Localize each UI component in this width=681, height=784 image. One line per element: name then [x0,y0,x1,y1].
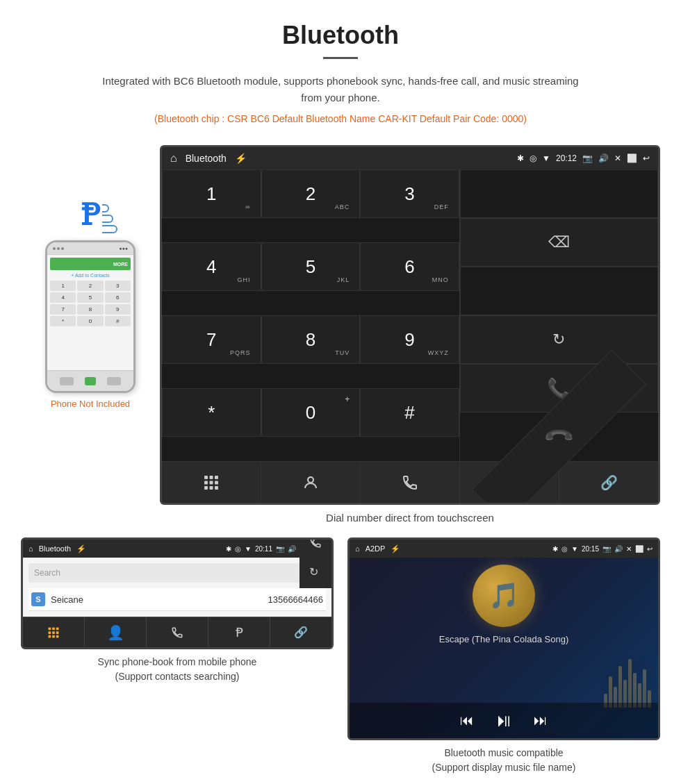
phone-key-star: * [50,316,76,326]
main-section: Ᵽ ●●● MORE [0,145,681,537]
svg-rect-13 [49,631,51,634]
dial-sub-1: ∞ [245,203,250,210]
phone-top-bar: ●●● [47,242,133,255]
dial-key-1[interactable]: 1 ∞ [162,169,261,218]
bt-status-icon: ✱ [517,153,524,163]
home-icon[interactable]: ⌂ [170,152,177,165]
dial-sub-2: ABC [335,203,350,210]
music-back[interactable]: ↩ [647,545,653,553]
phone-dot [53,247,56,250]
svg-rect-16 [49,635,51,637]
phone-container: Ᵽ ●●● MORE [21,201,160,409]
tab-dialpad[interactable] [162,462,261,503]
music-close[interactable]: ✕ [626,545,632,553]
usb-icon: ⚡ [235,153,247,164]
contact-row[interactable]: S Seicane 13566664466 [28,588,326,611]
phone-key-1: 1 [50,281,76,291]
svg-point-9 [308,477,313,483]
dial-key-3[interactable]: 3 DEF [360,169,459,218]
pb-tab-dialpad[interactable] [23,617,85,647]
pb-signal: ▼ [245,545,252,553]
phone-key-5: 5 [77,292,103,303]
svg-rect-3 [204,481,208,484]
music-note-icon: 🎵 [489,581,520,610]
phone-screen-content: MORE + Add to Contacts 1 2 3 4 5 6 7 8 9… [47,255,133,370]
phone-key-7: 7 [50,304,76,315]
dial-sub-6: MNO [432,276,449,283]
eq-bars [604,652,651,708]
pb-tab-bt[interactable]: Ᵽ [208,617,270,647]
phonebook-caption: Sync phone-book from mobile phone (Suppo… [21,655,334,684]
dial-key-8[interactable]: 8 TUV [261,315,361,364]
dial-key-0[interactable]: 0 + [261,388,361,437]
phone-dot [61,247,64,250]
svg-rect-17 [52,635,55,637]
pb-right-call[interactable] [302,537,329,558]
close-icon[interactable]: ✕ [614,153,621,163]
dial-key-4[interactable]: 4 GHI [162,242,261,291]
pb-title: Bluetooth [39,544,71,553]
dial-num-5: 5 [306,256,315,278]
dial-key-9[interactable]: 9 WXYZ [360,315,459,364]
pb-home-icon[interactable]: ⌂ [28,544,33,553]
svg-rect-6 [204,486,208,490]
pb-tab-link[interactable]: 🔗 [270,617,331,647]
dialpad-keys: 1 ∞ 2 ABC 3 DEF 4 GHI [162,169,459,461]
action-empty-1 [460,169,658,218]
bluetooth-specs: (Bluetooth chip : CSR BC6 Default Blueto… [14,113,667,124]
dialpad-bottom-bar: Ᵽ 🔗 [162,461,658,503]
music-usb: ⚡ [391,544,400,553]
back-icon[interactable]: ↩ [643,153,650,163]
time-display: 20:12 [556,153,577,163]
dial-num-3: 3 [404,183,414,205]
dial-key-5[interactable]: 5 JKL [261,242,361,291]
action-backspace[interactable]: ⌫ [460,218,658,267]
dial-num-2: 2 [306,183,315,205]
phone-dot [57,247,60,250]
dial-num-6: 6 [404,256,414,278]
music-signal: ▼ [571,545,578,553]
pb-right-refresh[interactable]: ↻ [302,558,329,585]
music-album-art: 🎵 [473,565,535,627]
tab-phone[interactable] [361,462,460,503]
music-home-icon[interactable]: ⌂ [355,544,360,553]
next-button[interactable]: ⏭ [534,712,548,728]
phone-bottom [47,370,133,391]
prev-button[interactable]: ⏮ [460,712,474,728]
dial-key-hash[interactable]: # [360,388,459,437]
eq-bar-6 [628,659,632,708]
tab-contacts[interactable] [261,462,361,503]
action-refresh[interactable]: ↻ [460,315,658,364]
phone-key-9: 9 [105,304,131,315]
svg-rect-1 [210,476,213,479]
main-car-screen: ⌂ Bluetooth ⚡ ✱ ◎ ▼ 20:12 📷 🔊 ✕ ⬜ ↩ [160,145,660,505]
phone-carrier: ●●● [119,246,128,251]
main-status-bar: ⌂ Bluetooth ⚡ ✱ ◎ ▼ 20:12 📷 🔊 ✕ ⬜ ↩ [162,147,658,169]
phone-menu-btn [107,377,121,385]
phone-green-bar: MORE [50,258,131,270]
pb-loc-icon: ◎ [235,545,241,553]
bottom-screenshots: ⌂ Bluetooth ⚡ ✱ ◎ ▼ 20:11 📷 🔊 ✕ ⬜ ↩ [0,537,681,775]
pb-tab-person[interactable]: 👤 [85,617,147,647]
music-loc-icon: ◎ [561,545,568,553]
volume-icon: 🔊 [598,153,609,163]
music-time: 20:15 [582,545,599,553]
dial-key-star[interactable]: * [162,388,261,437]
svg-rect-7 [210,486,213,490]
dial-sub-4: GHI [238,276,251,283]
play-pause-button[interactable]: ⏯ [495,710,513,731]
svg-rect-4 [210,481,213,484]
dial-key-6[interactable]: 6 MNO [360,242,459,291]
pb-status-bar: ⌂ Bluetooth ⚡ ✱ ◎ ▼ 20:11 📷 🔊 ✕ ⬜ ↩ [23,540,331,558]
action-empty-2 [460,267,658,315]
music-caption: Bluetooth music compatible (Support disp… [347,746,660,775]
dial-num-4: 4 [206,256,216,278]
pb-caption-line2: (Support contacts searching) [115,671,240,682]
location-icon: ◎ [530,153,536,163]
pb-tab-phone[interactable] [147,617,208,647]
pb-actions-bar: 👤 Ᵽ 🔗 [23,617,331,647]
dial-key-2[interactable]: 2 ABC [261,169,361,218]
dial-key-7[interactable]: 7 PQRS [162,315,261,364]
tab-link[interactable]: 🔗 [559,462,658,503]
phone-key-4: 4 [50,292,76,303]
